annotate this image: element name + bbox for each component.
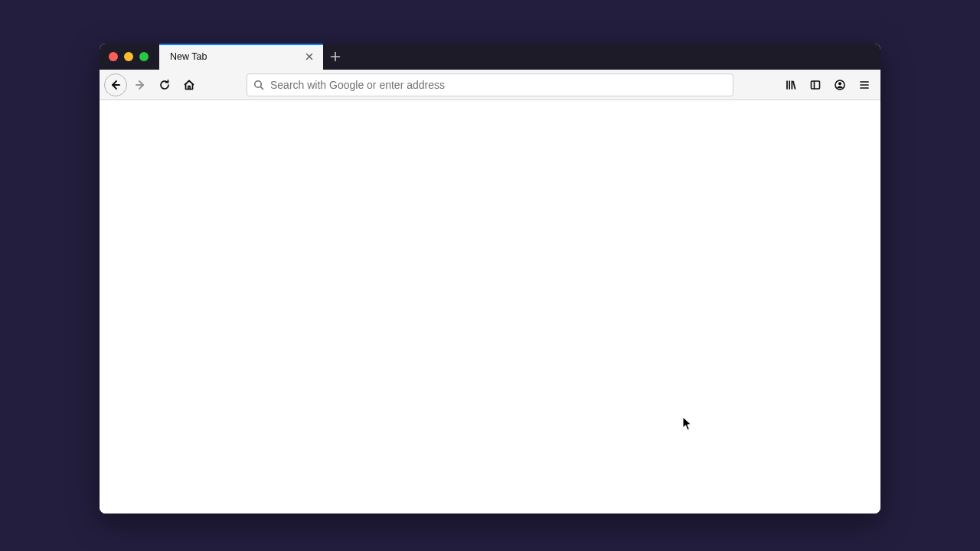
close-icon <box>305 52 314 61</box>
svg-point-15 <box>838 82 841 85</box>
tab-highlight <box>159 44 323 45</box>
reload-button[interactable] <box>153 73 176 96</box>
page-content <box>100 100 880 514</box>
svg-rect-12 <box>812 81 820 89</box>
tab-strip: New Tab <box>100 44 880 70</box>
account-button[interactable] <box>828 73 851 96</box>
library-button[interactable] <box>779 73 802 96</box>
address-input[interactable] <box>270 79 727 91</box>
browser-window: New Tab <box>100 44 880 514</box>
address-bar[interactable] <box>247 73 733 96</box>
hamburger-icon <box>858 79 871 91</box>
search-icon <box>253 80 264 90</box>
sidebar-button[interactable] <box>804 73 827 96</box>
window-zoom-button[interactable] <box>139 52 149 61</box>
arrow-left-icon <box>109 79 122 91</box>
home-button[interactable] <box>178 73 201 96</box>
reload-icon <box>158 79 171 91</box>
arrow-right-icon <box>134 79 146 91</box>
tab-close-button[interactable] <box>302 49 317 64</box>
window-controls <box>100 44 159 70</box>
tab-active[interactable]: New Tab <box>159 44 323 70</box>
account-icon <box>834 79 846 91</box>
app-menu-button[interactable] <box>853 73 876 96</box>
window-minimize-button[interactable] <box>124 52 133 61</box>
toolbar-right <box>779 73 876 96</box>
sidebar-icon <box>809 79 822 91</box>
new-tab-button[interactable] <box>323 44 348 70</box>
library-icon <box>785 79 797 91</box>
forward-button[interactable] <box>129 73 152 96</box>
window-close-button[interactable] <box>109 52 118 61</box>
back-button[interactable] <box>104 73 127 96</box>
plus-icon <box>330 51 341 62</box>
home-icon <box>183 79 195 91</box>
tab-title: New Tab <box>170 51 302 62</box>
toolbar <box>100 70 880 100</box>
svg-line-11 <box>793 81 795 89</box>
svg-line-7 <box>260 86 263 89</box>
